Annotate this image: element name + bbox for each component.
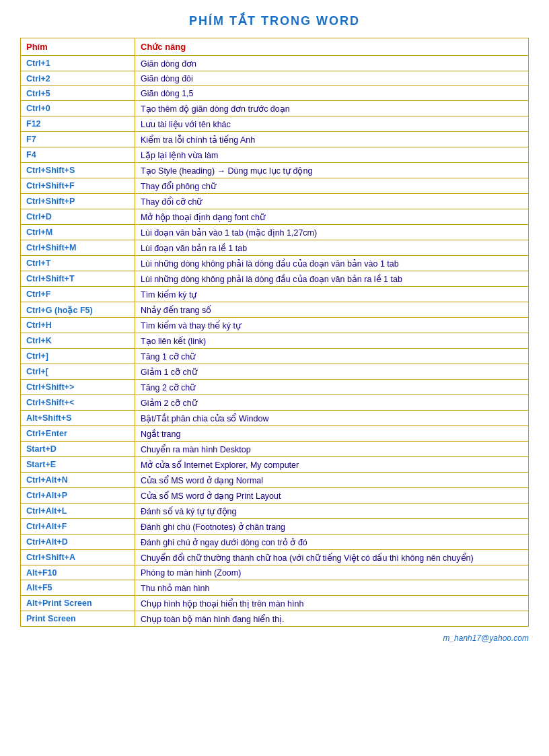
table-row: Ctrl+Shift+>Tăng 2 cỡ chữ <box>21 380 529 395</box>
table-row: Ctrl+1Giãn dòng đơn <box>21 56 529 71</box>
table-row: Ctrl+Alt+PCửa sổ MS word ở dạng Print La… <box>21 488 529 504</box>
table-row: Ctrl+KTạo liên kết (link) <box>21 333 529 349</box>
table-row: Ctrl+Shift+TLùi những dòng không phải là… <box>21 271 529 287</box>
function-cell: Tăng 2 cỡ chữ <box>135 380 529 395</box>
function-cell: Tìm kiếm và thay thế ký tự <box>135 318 529 333</box>
table-row: Start+EMở cửa sổ Internet Explorer, My c… <box>21 457 529 473</box>
table-row: Ctrl+Shift+FThay đổi phông chữ <box>21 178 529 194</box>
key-cell: Ctrl+M <box>21 225 135 240</box>
function-cell: Tạo Style (heading) → Dùng mục lục tự độ… <box>135 163 529 178</box>
key-cell: Ctrl+K <box>21 333 135 349</box>
function-cell: Chuyển đổi chữ thường thành chữ hoa (với… <box>135 550 529 565</box>
function-cell: Lưu tài liệu với tên khác <box>135 116 529 132</box>
key-cell: Alt+F5 <box>21 580 135 596</box>
key-cell: Ctrl+Enter <box>21 426 135 442</box>
col-header-key: Phím <box>21 38 135 56</box>
key-cell: Ctrl+] <box>21 349 135 364</box>
function-cell: Lùi đoạn văn bản vào 1 tab (mặc định 1,2… <box>135 225 529 240</box>
function-cell: Tìm kiếm ký tự <box>135 287 529 302</box>
table-row: Ctrl+HTìm kiếm và thay thế ký tự <box>21 318 529 333</box>
table-row: Ctrl+Shift+AChuyển đổi chữ thường thành … <box>21 550 529 565</box>
function-cell: Chụp toàn bộ màn hình đang hiển thị. <box>135 611 529 627</box>
function-cell: Lặp lại lệnh vừa làm <box>135 147 529 163</box>
key-cell: Ctrl+Shift+A <box>21 550 135 565</box>
key-cell: Ctrl+Alt+D <box>21 535 135 550</box>
table-row: F12Lưu tài liệu với tên khác <box>21 116 529 132</box>
function-cell: Nhảy đến trang số <box>135 302 529 318</box>
key-cell: Ctrl+Shift+P <box>21 194 135 209</box>
function-cell: Đánh ghi chú (Footnotes) ở chân trang <box>135 519 529 535</box>
function-cell: Kiểm tra lỗi chính tả tiếng Anh <box>135 132 529 147</box>
key-cell: F4 <box>21 147 135 163</box>
key-cell: Ctrl+Shift+M <box>21 240 135 256</box>
function-cell: Mở cửa sổ Internet Explorer, My computer <box>135 457 529 473</box>
table-row: Ctrl+Alt+FĐánh ghi chú (Footnotes) ở châ… <box>21 519 529 535</box>
table-row: Ctrl+Shift+STạo Style (heading) → Dùng m… <box>21 163 529 178</box>
table-row: Ctrl+Alt+LĐánh số và ký tự tự động <box>21 504 529 519</box>
key-cell: F12 <box>21 116 135 132</box>
table-row: Ctrl+TLùi những dòng không phải là dòng … <box>21 256 529 271</box>
function-cell: Giãn dòng đôi <box>135 71 529 86</box>
key-cell: Ctrl+Alt+L <box>21 504 135 519</box>
table-row: Ctrl+G (hoặc F5)Nhảy đến trang số <box>21 302 529 318</box>
table-row: Ctrl+Alt+DĐánh ghi chú ở ngay dưới dòng … <box>21 535 529 550</box>
key-cell: Ctrl+5 <box>21 86 135 101</box>
table-row: Ctrl+DMở hộp thoại định dạng font chữ <box>21 209 529 225</box>
function-cell: Chuyển ra màn hình Desktop <box>135 442 529 457</box>
key-cell: Ctrl+H <box>21 318 135 333</box>
key-cell: Ctrl+Alt+N <box>21 473 135 488</box>
table-row: Ctrl+MLùi đoạn văn bản vào 1 tab (mặc đị… <box>21 225 529 240</box>
table-row: Ctrl+]Tăng 1 cỡ chữ <box>21 349 529 364</box>
function-cell: Lùi đoạn văn bản ra lề 1 tab <box>135 240 529 256</box>
key-cell: Start+E <box>21 457 135 473</box>
key-cell: Alt+F10 <box>21 565 135 580</box>
key-cell: Start+D <box>21 442 135 457</box>
table-row: Ctrl+Shift+MLùi đoạn văn bản ra lề 1 tab <box>21 240 529 256</box>
table-row: Ctrl+[Giảm 1 cỡ chữ <box>21 364 529 380</box>
table-row: Alt+Print ScreenChụp hình hộp thoại hiển… <box>21 596 529 611</box>
table-row: Ctrl+Shift+PThay đổi cỡ chữ <box>21 194 529 209</box>
table-row: Alt+Shift+SBật/Tắt phân chia cửa sổ Wind… <box>21 411 529 426</box>
key-cell: Ctrl+Shift+S <box>21 163 135 178</box>
key-cell: Ctrl+2 <box>21 71 135 86</box>
key-cell: Ctrl+Shift+T <box>21 271 135 287</box>
key-cell: Ctrl+1 <box>21 56 135 71</box>
table-header-row: Phím Chức năng <box>21 38 529 56</box>
page-title: PHÍM TẮT TRONG WORD <box>20 13 529 28</box>
function-cell: Tạo thêm độ giãn dòng đơn trước đoạn <box>135 101 529 116</box>
function-cell: Giảm 2 cỡ chữ <box>135 395 529 411</box>
key-cell: Print Screen <box>21 611 135 627</box>
shortcuts-table: Phím Chức năng Ctrl+1Giãn dòng đơnCtrl+2… <box>20 38 529 627</box>
table-row: Start+DChuyển ra màn hình Desktop <box>21 442 529 457</box>
function-cell: Lùi những dòng không phải là dòng đầu củ… <box>135 271 529 287</box>
function-cell: Phóng to màn hình (Zoom) <box>135 565 529 580</box>
footer: m_hanh17@yahoo.com <box>20 633 529 643</box>
function-cell: Đánh ghi chú ở ngay dưới dòng con trỏ ở … <box>135 535 529 550</box>
key-cell: Alt+Shift+S <box>21 411 135 426</box>
function-cell: Lùi những dòng không phải là dòng đầu củ… <box>135 256 529 271</box>
function-cell: Tạo liên kết (link) <box>135 333 529 349</box>
table-row: Ctrl+2Giãn dòng đôi <box>21 71 529 86</box>
key-cell: Ctrl+F <box>21 287 135 302</box>
table-row: Ctrl+EnterNgắt trang <box>21 426 529 442</box>
key-cell: Ctrl+Alt+F <box>21 519 135 535</box>
key-cell: Ctrl+D <box>21 209 135 225</box>
key-cell: Ctrl+Alt+P <box>21 488 135 504</box>
function-cell: Giãn dòng đơn <box>135 56 529 71</box>
table-row: Alt+F10Phóng to màn hình (Zoom) <box>21 565 529 580</box>
function-cell: Chụp hình hộp thoại hiển thị trên màn hì… <box>135 596 529 611</box>
table-row: Ctrl+FTìm kiếm ký tự <box>21 287 529 302</box>
key-cell: Ctrl+G (hoặc F5) <box>21 302 135 318</box>
table-row: Ctrl+Alt+NCửa sổ MS word ở dạng Normal <box>21 473 529 488</box>
function-cell: Ngắt trang <box>135 426 529 442</box>
key-cell: Alt+Print Screen <box>21 596 135 611</box>
key-cell: F7 <box>21 132 135 147</box>
table-row: Ctrl+0Tạo thêm độ giãn dòng đơn trước đo… <box>21 101 529 116</box>
col-header-function: Chức năng <box>135 38 529 56</box>
table-row: Print ScreenChụp toàn bộ màn hình đang h… <box>21 611 529 627</box>
function-cell: Cửa sổ MS word ở dạng Print Layout <box>135 488 529 504</box>
key-cell: Ctrl+Shift+F <box>21 178 135 194</box>
function-cell: Thu nhỏ màn hình <box>135 580 529 596</box>
key-cell: Ctrl+0 <box>21 101 135 116</box>
function-cell: Giảm 1 cỡ chữ <box>135 364 529 380</box>
